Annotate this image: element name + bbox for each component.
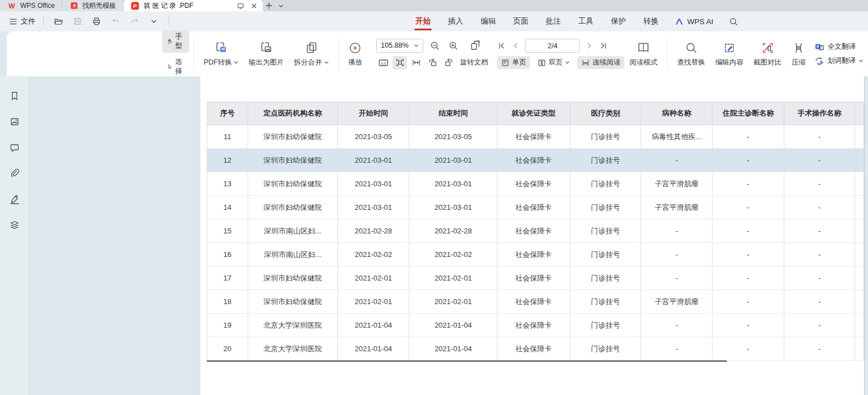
tab-protect[interactable]: 保护 (610, 11, 627, 31)
pdf-page[interactable]: 序号 定点医药机构名称 开始时间 结束时间 就诊凭证类型 医疗类别 病种名称 住… (200, 76, 865, 395)
tab-home[interactable]: 开始 (414, 11, 432, 31)
tab-tools[interactable]: 工具 (577, 11, 595, 31)
undo-button[interactable] (109, 15, 122, 28)
edit-content-button[interactable]: 编辑内容 (710, 41, 748, 67)
compress-label: 压缩 (792, 58, 806, 67)
column-header: 病种名称 (641, 102, 712, 125)
cell-seq: 18 (207, 290, 248, 314)
print-button[interactable] (90, 15, 103, 28)
play-button[interactable]: 播放 (343, 41, 367, 67)
ribbon-search-button[interactable] (729, 17, 738, 26)
hand-tool-button[interactable]: 手型 (162, 30, 190, 53)
find-replace-label: 查找替换 (677, 58, 705, 67)
chevron-down-icon (234, 60, 239, 65)
cell-seq: 12 (207, 149, 248, 172)
cell-diagnosis-name: - (712, 172, 784, 196)
last-page-icon[interactable] (599, 41, 608, 50)
attachments-panel-button[interactable] (7, 166, 22, 181)
split-merge-icon (304, 40, 319, 55)
svg-text:1:1: 1:1 (381, 61, 386, 65)
tab-docer-templates[interactable]: 找稻壳模板 (62, 0, 124, 11)
cell-start-date: 2021-02-01 (337, 267, 409, 290)
svg-text:W: W (8, 2, 15, 10)
tab-convert[interactable]: 转换 (642, 11, 660, 31)
pin-window-icon[interactable] (236, 1, 246, 11)
cell-partial (855, 243, 864, 267)
tab-edit[interactable]: 编辑 (479, 11, 497, 31)
tab-comment[interactable]: 批注 (545, 11, 562, 31)
screenshot-compare-button[interactable]: 截图对比 (748, 41, 787, 67)
export-image-button[interactable]: 输出为图片 (244, 40, 289, 67)
close-tab-icon[interactable] (249, 1, 259, 11)
quick-access-chevron-icon[interactable] (147, 15, 161, 28)
select-tool-button[interactable]: 选择 (162, 56, 190, 78)
comments-panel-button[interactable] (7, 140, 22, 155)
cell-seq: 15 (207, 219, 248, 243)
open-file-button[interactable] (52, 15, 65, 28)
cell-operation-name: - (784, 196, 855, 219)
word-translate-button[interactable]: A 划词翻译 (814, 56, 864, 66)
continuous-read-button[interactable]: 连续阅读 (577, 56, 624, 69)
compress-button[interactable]: 压缩 (787, 41, 811, 67)
save-button[interactable] (71, 15, 84, 28)
first-page-icon[interactable] (497, 41, 506, 50)
rotate-right-button[interactable] (441, 56, 456, 70)
tab-page[interactable]: 页面 (512, 11, 529, 31)
navigation-sidebar (0, 76, 30, 395)
double-page-label: 双页 (549, 58, 563, 67)
bookmarks-panel-button[interactable] (7, 89, 22, 103)
document-viewer[interactable]: 序号 定点医药机构名称 开始时间 结束时间 就诊凭证类型 医疗类别 病种名称 住… (30, 76, 868, 395)
file-menu-button[interactable]: 文件 (9, 16, 35, 26)
bookmark-icon (9, 90, 20, 102)
cell-partial (855, 219, 864, 243)
redo-button[interactable] (128, 15, 141, 28)
page-indicator-box[interactable]: 2/4 (525, 39, 580, 53)
continuous-read-label: 连续阅读 (592, 58, 620, 67)
single-page-button[interactable]: 单页 (497, 56, 530, 69)
cell-institution: 深圳市妇幼保健院 (248, 172, 337, 196)
double-page-button[interactable]: 双页 (533, 56, 574, 69)
find-replace-button[interactable]: 查找替换 (672, 41, 710, 67)
fit-page-button[interactable] (392, 56, 407, 70)
actual-size-button[interactable]: 1:1 (376, 56, 391, 70)
layers-panel-button[interactable] (7, 218, 22, 232)
cell-operation-name: - (784, 337, 855, 361)
signature-panel-button[interactable] (7, 192, 22, 206)
cell-disease-name: 病毒性其他疾... (641, 125, 712, 149)
wps-ai-button[interactable]: WPS AI (675, 17, 714, 26)
cell-partial (855, 125, 864, 149)
cell-medical-category: 门诊挂号 (570, 337, 641, 361)
paperclip-icon (9, 168, 20, 179)
tab-wps-office[interactable]: W WPS Office (0, 0, 62, 11)
cell-operation-name: - (784, 125, 855, 149)
cell-credential-type: 社会保障卡 (497, 337, 570, 361)
zoom-out-button[interactable] (427, 39, 442, 52)
rotate-left-button[interactable] (425, 56, 440, 70)
svg-text:A: A (820, 59, 823, 65)
new-tab-button[interactable] (263, 0, 275, 11)
cell-institution: 深圳市妇幼保健院 (248, 196, 337, 219)
thumbnails-panel-button[interactable] (7, 114, 22, 129)
cell-end-date: 2021-03-01 (409, 149, 497, 172)
cell-seq: 14 (207, 196, 248, 219)
previous-page-icon[interactable] (511, 42, 520, 50)
edit-content-icon (723, 41, 737, 55)
rotate-document-button[interactable] (464, 39, 487, 52)
table-bottom-border (207, 360, 727, 362)
tab-insert[interactable]: 插入 (447, 11, 464, 31)
zoom-in-button[interactable] (446, 39, 460, 52)
read-mode-button[interactable]: 阅读模式 (624, 40, 663, 67)
fit-width-button[interactable] (409, 56, 423, 70)
rotate-document-label[interactable]: 旋转文档 (458, 58, 488, 67)
split-merge-button[interactable]: 拆分合并 (289, 40, 334, 67)
full-translate-button[interactable]: A文 全文翻译 (814, 42, 864, 52)
next-page-icon[interactable] (585, 42, 593, 50)
zoom-level-combobox[interactable]: 105.88% (376, 39, 423, 53)
tab-document-active[interactable]: P 就 医 记 录 .PDF (124, 0, 263, 11)
cell-credential-type: 社会保障卡 (497, 267, 570, 290)
pdf-convert-button[interactable]: W PDF转换 (199, 40, 244, 67)
cell-start-date: 2021-03-01 (337, 172, 409, 196)
full-translate-icon: A文 (814, 42, 825, 52)
tab-list-chevron-icon[interactable] (275, 0, 287, 11)
zoom-level-value: 105.88% (381, 42, 408, 49)
